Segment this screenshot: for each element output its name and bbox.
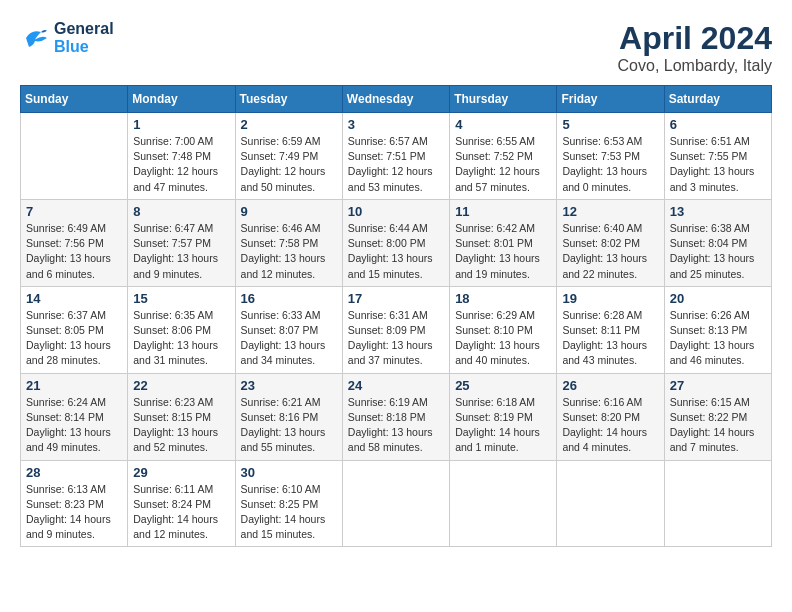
calendar-cell: 16Sunrise: 6:33 AM Sunset: 8:07 PM Dayli… — [235, 286, 342, 373]
day-number: 21 — [26, 378, 122, 393]
day-number: 4 — [455, 117, 551, 132]
calendar-cell: 7Sunrise: 6:49 AM Sunset: 7:56 PM Daylig… — [21, 199, 128, 286]
day-info: Sunrise: 6:18 AM Sunset: 8:19 PM Dayligh… — [455, 395, 551, 456]
calendar-cell: 3Sunrise: 6:57 AM Sunset: 7:51 PM Daylig… — [342, 113, 449, 200]
day-info: Sunrise: 6:19 AM Sunset: 8:18 PM Dayligh… — [348, 395, 444, 456]
logo-text: General Blue — [54, 20, 114, 56]
day-info: Sunrise: 6:33 AM Sunset: 8:07 PM Dayligh… — [241, 308, 337, 369]
calendar-cell: 19Sunrise: 6:28 AM Sunset: 8:11 PM Dayli… — [557, 286, 664, 373]
day-info: Sunrise: 6:57 AM Sunset: 7:51 PM Dayligh… — [348, 134, 444, 195]
day-number: 2 — [241, 117, 337, 132]
day-number: 26 — [562, 378, 658, 393]
day-info: Sunrise: 6:47 AM Sunset: 7:57 PM Dayligh… — [133, 221, 229, 282]
day-number: 17 — [348, 291, 444, 306]
calendar-cell — [21, 113, 128, 200]
day-info: Sunrise: 6:16 AM Sunset: 8:20 PM Dayligh… — [562, 395, 658, 456]
calendar-cell: 21Sunrise: 6:24 AM Sunset: 8:14 PM Dayli… — [21, 373, 128, 460]
day-number: 24 — [348, 378, 444, 393]
day-info: Sunrise: 6:26 AM Sunset: 8:13 PM Dayligh… — [670, 308, 766, 369]
calendar-cell: 30Sunrise: 6:10 AM Sunset: 8:25 PM Dayli… — [235, 460, 342, 547]
day-number: 8 — [133, 204, 229, 219]
calendar-cell — [557, 460, 664, 547]
day-number: 22 — [133, 378, 229, 393]
calendar-cell: 10Sunrise: 6:44 AM Sunset: 8:00 PM Dayli… — [342, 199, 449, 286]
calendar-cell: 8Sunrise: 6:47 AM Sunset: 7:57 PM Daylig… — [128, 199, 235, 286]
day-info: Sunrise: 6:53 AM Sunset: 7:53 PM Dayligh… — [562, 134, 658, 195]
day-info: Sunrise: 6:51 AM Sunset: 7:55 PM Dayligh… — [670, 134, 766, 195]
day-number: 3 — [348, 117, 444, 132]
day-number: 30 — [241, 465, 337, 480]
day-info: Sunrise: 6:24 AM Sunset: 8:14 PM Dayligh… — [26, 395, 122, 456]
calendar-cell: 29Sunrise: 6:11 AM Sunset: 8:24 PM Dayli… — [128, 460, 235, 547]
calendar-cell: 15Sunrise: 6:35 AM Sunset: 8:06 PM Dayli… — [128, 286, 235, 373]
weekday-header: Friday — [557, 86, 664, 113]
day-number: 7 — [26, 204, 122, 219]
calendar-cell: 9Sunrise: 6:46 AM Sunset: 7:58 PM Daylig… — [235, 199, 342, 286]
calendar-cell: 25Sunrise: 6:18 AM Sunset: 8:19 PM Dayli… — [450, 373, 557, 460]
calendar-cell: 5Sunrise: 6:53 AM Sunset: 7:53 PM Daylig… — [557, 113, 664, 200]
calendar-cell: 4Sunrise: 6:55 AM Sunset: 7:52 PM Daylig… — [450, 113, 557, 200]
day-number: 6 — [670, 117, 766, 132]
day-info: Sunrise: 6:11 AM Sunset: 8:24 PM Dayligh… — [133, 482, 229, 543]
calendar-week: 28Sunrise: 6:13 AM Sunset: 8:23 PM Dayli… — [21, 460, 772, 547]
calendar-cell — [664, 460, 771, 547]
day-number: 29 — [133, 465, 229, 480]
day-info: Sunrise: 6:15 AM Sunset: 8:22 PM Dayligh… — [670, 395, 766, 456]
weekday-header: Wednesday — [342, 86, 449, 113]
calendar-cell — [342, 460, 449, 547]
calendar-cell: 23Sunrise: 6:21 AM Sunset: 8:16 PM Dayli… — [235, 373, 342, 460]
calendar-cell: 11Sunrise: 6:42 AM Sunset: 8:01 PM Dayli… — [450, 199, 557, 286]
calendar-cell: 22Sunrise: 6:23 AM Sunset: 8:15 PM Dayli… — [128, 373, 235, 460]
day-info: Sunrise: 6:42 AM Sunset: 8:01 PM Dayligh… — [455, 221, 551, 282]
day-number: 20 — [670, 291, 766, 306]
day-number: 25 — [455, 378, 551, 393]
day-number: 28 — [26, 465, 122, 480]
day-info: Sunrise: 7:00 AM Sunset: 7:48 PM Dayligh… — [133, 134, 229, 195]
calendar-week: 21Sunrise: 6:24 AM Sunset: 8:14 PM Dayli… — [21, 373, 772, 460]
calendar-week: 7Sunrise: 6:49 AM Sunset: 7:56 PM Daylig… — [21, 199, 772, 286]
weekday-header: Thursday — [450, 86, 557, 113]
day-info: Sunrise: 6:23 AM Sunset: 8:15 PM Dayligh… — [133, 395, 229, 456]
calendar-cell: 6Sunrise: 6:51 AM Sunset: 7:55 PM Daylig… — [664, 113, 771, 200]
day-info: Sunrise: 6:44 AM Sunset: 8:00 PM Dayligh… — [348, 221, 444, 282]
calendar-cell — [450, 460, 557, 547]
weekday-header: Monday — [128, 86, 235, 113]
day-info: Sunrise: 6:46 AM Sunset: 7:58 PM Dayligh… — [241, 221, 337, 282]
day-info: Sunrise: 6:10 AM Sunset: 8:25 PM Dayligh… — [241, 482, 337, 543]
day-info: Sunrise: 6:28 AM Sunset: 8:11 PM Dayligh… — [562, 308, 658, 369]
calendar-cell: 18Sunrise: 6:29 AM Sunset: 8:10 PM Dayli… — [450, 286, 557, 373]
day-number: 1 — [133, 117, 229, 132]
calendar-cell: 17Sunrise: 6:31 AM Sunset: 8:09 PM Dayli… — [342, 286, 449, 373]
calendar-week: 14Sunrise: 6:37 AM Sunset: 8:05 PM Dayli… — [21, 286, 772, 373]
day-number: 11 — [455, 204, 551, 219]
calendar-cell: 1Sunrise: 7:00 AM Sunset: 7:48 PM Daylig… — [128, 113, 235, 200]
day-info: Sunrise: 6:40 AM Sunset: 8:02 PM Dayligh… — [562, 221, 658, 282]
calendar-week: 1Sunrise: 7:00 AM Sunset: 7:48 PM Daylig… — [21, 113, 772, 200]
calendar-cell: 14Sunrise: 6:37 AM Sunset: 8:05 PM Dayli… — [21, 286, 128, 373]
day-number: 19 — [562, 291, 658, 306]
page-header: General Blue April 2024 Covo, Lombardy, … — [20, 20, 772, 75]
day-number: 5 — [562, 117, 658, 132]
calendar-cell: 12Sunrise: 6:40 AM Sunset: 8:02 PM Dayli… — [557, 199, 664, 286]
day-info: Sunrise: 6:13 AM Sunset: 8:23 PM Dayligh… — [26, 482, 122, 543]
day-number: 9 — [241, 204, 337, 219]
calendar-cell: 26Sunrise: 6:16 AM Sunset: 8:20 PM Dayli… — [557, 373, 664, 460]
day-info: Sunrise: 6:29 AM Sunset: 8:10 PM Dayligh… — [455, 308, 551, 369]
day-info: Sunrise: 6:38 AM Sunset: 8:04 PM Dayligh… — [670, 221, 766, 282]
day-number: 23 — [241, 378, 337, 393]
page-title: April 2024 — [618, 20, 772, 57]
weekday-header: Saturday — [664, 86, 771, 113]
day-info: Sunrise: 6:31 AM Sunset: 8:09 PM Dayligh… — [348, 308, 444, 369]
day-info: Sunrise: 6:35 AM Sunset: 8:06 PM Dayligh… — [133, 308, 229, 369]
calendar-cell: 27Sunrise: 6:15 AM Sunset: 8:22 PM Dayli… — [664, 373, 771, 460]
calendar-table: SundayMondayTuesdayWednesdayThursdayFrid… — [20, 85, 772, 547]
day-info: Sunrise: 6:21 AM Sunset: 8:16 PM Dayligh… — [241, 395, 337, 456]
calendar-cell: 24Sunrise: 6:19 AM Sunset: 8:18 PM Dayli… — [342, 373, 449, 460]
day-info: Sunrise: 6:37 AM Sunset: 8:05 PM Dayligh… — [26, 308, 122, 369]
calendar-cell: 28Sunrise: 6:13 AM Sunset: 8:23 PM Dayli… — [21, 460, 128, 547]
day-number: 13 — [670, 204, 766, 219]
calendar-header: SundayMondayTuesdayWednesdayThursdayFrid… — [21, 86, 772, 113]
day-number: 12 — [562, 204, 658, 219]
calendar-cell: 20Sunrise: 6:26 AM Sunset: 8:13 PM Dayli… — [664, 286, 771, 373]
day-info: Sunrise: 6:55 AM Sunset: 7:52 PM Dayligh… — [455, 134, 551, 195]
